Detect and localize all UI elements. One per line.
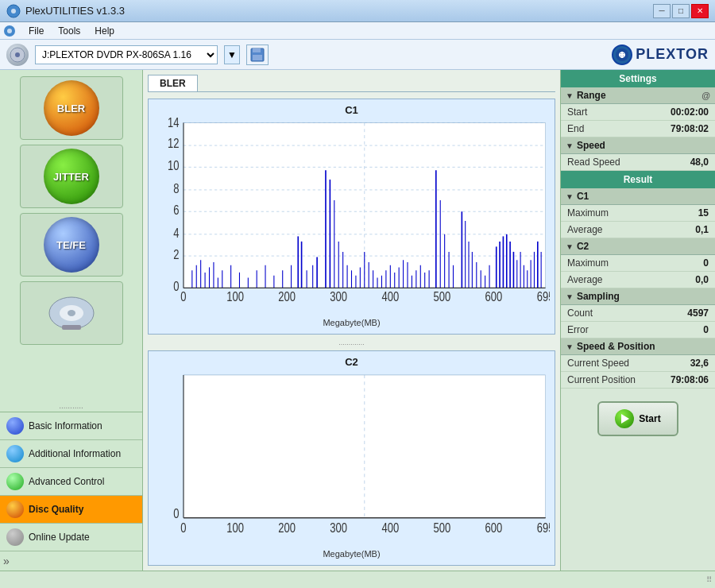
c2-max-label: Maximum xyxy=(567,257,609,269)
count-row: Count 4597 xyxy=(561,305,715,322)
tefe-disc-button[interactable]: TE/FE xyxy=(20,213,123,277)
plextor-circle-icon xyxy=(612,44,632,65)
c1-chart-svg: 0 2 4 6 8 10 12 14 0 100 200 300 400 500… xyxy=(153,118,550,314)
main-layout: BLER JITTER TE/FE xyxy=(0,70,715,571)
speed-pos-label: Speed & Position xyxy=(577,341,655,352)
scan-disc-button[interactable] xyxy=(20,281,123,345)
svg-text:400: 400 xyxy=(381,290,399,304)
speed-label: Speed xyxy=(577,140,605,151)
jitter-label: JITTER xyxy=(53,171,89,183)
app-icon xyxy=(6,4,21,18)
svg-rect-7 xyxy=(253,48,261,52)
sampling-label: Sampling xyxy=(577,291,620,302)
bler-disc-button[interactable]: BLER xyxy=(20,76,123,140)
c2-avg-label: Average xyxy=(567,274,602,285)
sampling-section-header[interactable]: ▼ Sampling xyxy=(561,288,715,305)
svg-text:600: 600 xyxy=(485,520,503,535)
c2-chart-title: C2 xyxy=(153,356,550,368)
svg-point-13 xyxy=(68,310,75,316)
jitter-disc-button[interactable]: JITTER xyxy=(20,145,123,208)
speed-collapse-icon: ▼ xyxy=(566,141,574,150)
menu-help[interactable]: Help xyxy=(88,24,121,38)
start-button-label: Start xyxy=(639,413,660,424)
advanced-control-label: Advanced Control xyxy=(29,476,104,487)
save-icon xyxy=(250,48,265,62)
svg-rect-8 xyxy=(253,55,262,60)
error-value: 0 xyxy=(703,324,709,335)
menu-tools[interactable]: Tools xyxy=(52,24,87,38)
sidebar-item-update[interactable]: Online Update xyxy=(0,524,142,551)
minimize-button[interactable]: ─ xyxy=(653,4,671,18)
start-button[interactable]: Start xyxy=(597,401,678,436)
statusbar: ⠿ xyxy=(0,571,715,588)
menu-file[interactable]: File xyxy=(22,24,50,38)
save-button[interactable] xyxy=(246,44,269,65)
titlebar-left: PlexUTILITIES v1.3.3 xyxy=(6,4,125,18)
range-section-header[interactable]: ▼ Range @ xyxy=(561,87,715,104)
c2-max-row: Maximum 0 xyxy=(561,255,715,272)
sidebar-item-disc[interactable]: Disc Quality xyxy=(0,496,142,524)
svg-text:10: 10 xyxy=(168,159,179,172)
tab-bler[interactable]: BLER xyxy=(148,75,198,91)
svg-text:400: 400 xyxy=(381,520,399,535)
c1-avg-value: 0,1 xyxy=(695,224,709,235)
sidebar: BLER JITTER TE/FE xyxy=(0,70,143,571)
svg-text:695: 695 xyxy=(537,520,550,535)
c2-collapse-icon: ▼ xyxy=(566,242,574,251)
read-speed-row: Read Speed 48,0 xyxy=(561,154,715,171)
jitter-disc-icon: JITTER xyxy=(44,149,99,204)
c2-avg-row: Average 0,0 xyxy=(561,272,715,288)
svg-text:0: 0 xyxy=(173,506,179,520)
end-label: End xyxy=(567,123,584,134)
expand-button[interactable]: » xyxy=(3,555,10,567)
svg-point-5 xyxy=(15,52,20,57)
sidebar-item-additional[interactable]: Additional Information xyxy=(0,440,142,468)
current-speed-row: Current Speed 32,6 xyxy=(561,355,715,372)
current-speed-value: 32,6 xyxy=(690,358,709,369)
c1-avg-label: Average xyxy=(567,224,602,235)
start-button-icon xyxy=(615,409,634,428)
svg-text:4: 4 xyxy=(173,226,179,240)
c2-section-header[interactable]: ▼ C2 xyxy=(561,238,715,255)
range-end-row: End 79:08:02 xyxy=(561,121,715,137)
sidebar-item-basic[interactable]: Basic Information xyxy=(0,412,142,440)
drive-selector[interactable]: J:PLEXTOR DVDR PX-806SA 1.16 xyxy=(35,45,218,64)
basic-info-label: Basic Information xyxy=(29,420,102,431)
c1-collapse-icon: ▼ xyxy=(566,192,574,201)
restore-button[interactable]: □ xyxy=(672,4,690,18)
current-speed-label: Current Speed xyxy=(567,358,629,369)
drive-dropdown-arrow[interactable]: ▼ xyxy=(224,45,240,64)
start-value: 00:02:00 xyxy=(671,106,709,118)
svg-text:0: 0 xyxy=(180,520,186,535)
svg-point-3 xyxy=(7,29,12,33)
tefe-disc-icon: TE/FE xyxy=(44,217,99,273)
online-update-label: Online Update xyxy=(29,532,90,543)
start-area: Start xyxy=(561,392,715,446)
count-value: 4597 xyxy=(687,308,709,319)
svg-text:100: 100 xyxy=(226,290,244,304)
c1-section-header[interactable]: ▼ C1 xyxy=(561,188,715,205)
c1-max-label: Maximum xyxy=(567,207,609,219)
sampling-collapse-icon: ▼ xyxy=(566,292,574,301)
read-speed-value: 48,0 xyxy=(690,157,709,168)
c2-chart-xlabel: Megabyte(MB) xyxy=(153,549,550,559)
range-collapse-icon: ▼ xyxy=(566,91,574,100)
svg-text:14: 14 xyxy=(168,118,179,130)
sidebar-nav: Basic Information Additional Information… xyxy=(0,412,142,551)
close-button[interactable]: ✕ xyxy=(691,4,709,18)
additional-info-label: Additional Information xyxy=(29,448,121,459)
svg-text:200: 200 xyxy=(278,520,296,535)
c2-chart-svg: 0 0 100 200 300 400 500 600 695 xyxy=(153,369,550,545)
c1-max-value: 15 xyxy=(698,207,709,219)
speed-pos-section-header[interactable]: ▼ Speed & Position xyxy=(561,338,715,355)
additional-info-icon xyxy=(6,445,24,462)
svg-text:695: 695 xyxy=(537,290,550,304)
current-pos-value: 79:08:06 xyxy=(671,374,709,385)
svg-text:600: 600 xyxy=(485,290,503,304)
sidebar-item-advanced[interactable]: Advanced Control xyxy=(0,468,142,496)
sidebar-bottom: » xyxy=(0,551,142,571)
end-value: 79:08:02 xyxy=(671,123,709,134)
speed-section-header[interactable]: ▼ Speed xyxy=(561,137,715,154)
toolbar: J:PLEXTOR DVDR PX-806SA 1.16 ▼ PLEXTOR xyxy=(0,40,715,70)
c1-chart-xlabel: Megabyte(MB) xyxy=(153,318,550,327)
